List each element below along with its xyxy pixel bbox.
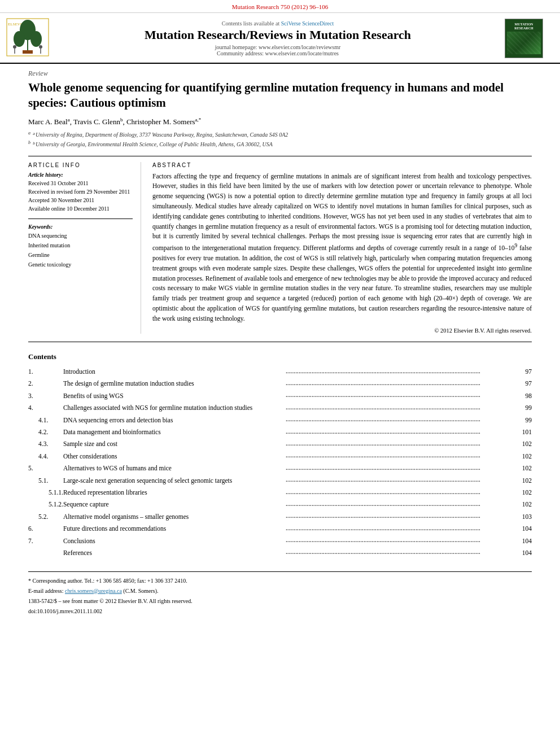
toc-entry: 4.Challenges associated with NGS for ger… xyxy=(28,402,532,414)
toc-number: 5.1.2. xyxy=(28,499,63,510)
toc-number: 5.2. xyxy=(28,510,63,522)
journal-header: ELSEVIER Contents lists available at xyxy=(0,13,560,64)
toc-entry: 5.Alternatives to WGS of humans and mice… xyxy=(28,462,532,474)
sciverse-text: Contents lists available at xyxy=(222,20,279,27)
toc-number: 6. xyxy=(28,523,63,535)
email-note: (C.M. Somers). xyxy=(123,588,158,594)
toc-dots: ........................................… xyxy=(285,378,515,390)
corresponding-author: * Corresponding author. Tel.: +1 306 585… xyxy=(28,576,532,586)
divider-2 xyxy=(28,342,532,342)
footer-area: * Corresponding author. Tel.: +1 306 585… xyxy=(28,571,532,616)
toc-entry: 4.2.Data management and bioinformatics..… xyxy=(28,426,532,438)
toc-number: 4.2. xyxy=(28,426,63,438)
journal-title: Mutation Research/Reviews in Mutation Re… xyxy=(56,28,499,42)
info-abstract-columns: Article info Article history: Received 3… xyxy=(28,162,532,334)
keywords-section: Keywords: DNA sequencing Inherited mutat… xyxy=(28,224,133,269)
history-label: Article history: xyxy=(28,172,133,178)
svg-point-7 xyxy=(13,45,16,49)
received-revised-date: Received in revised form 29 November 201… xyxy=(28,187,133,196)
toc-entry: 5.1.2.Sequence capture..................… xyxy=(28,499,532,510)
toc-entry: 2.The design of germline mutation induct… xyxy=(28,378,532,390)
abstract-column: ABSTRACT Factors affecting the type and … xyxy=(152,162,532,334)
article-body: Review Whole genome sequencing for quant… xyxy=(0,64,560,628)
toc-dots: ........................................… xyxy=(285,487,515,499)
toc-number: 5.1.1. xyxy=(28,487,63,499)
toc-number: 5. xyxy=(28,462,63,474)
toc-page: 97 xyxy=(515,378,532,390)
svg-point-8 xyxy=(39,45,42,49)
toc-entry: 6.Future directions and recommendations.… xyxy=(28,523,532,535)
toc-page: 99 xyxy=(515,414,532,426)
toc-page: 102 xyxy=(515,474,532,486)
journal-header-center: Contents lists available at SciVerse Sci… xyxy=(56,20,499,56)
toc-label: DNA sequencing errors and detection bias xyxy=(63,414,285,426)
affiliation-a: a ᵃ University of Regina, Department of … xyxy=(28,130,532,139)
contents-section: Contents 1.Introduction.................… xyxy=(28,352,532,559)
email-label: E-mail address: xyxy=(28,588,63,594)
toc-label: Other considerations xyxy=(63,450,285,462)
toc-number: 3. xyxy=(28,390,63,401)
received-date: Received 31 October 2011 xyxy=(28,179,133,187)
elsevier-logo-container: ELSEVIER xyxy=(6,18,51,59)
toc-dots: ........................................… xyxy=(285,390,515,401)
toc-entry: 5.1.1.Reduced representation libraries..… xyxy=(28,487,532,499)
toc-number: 5.1. xyxy=(28,474,63,486)
toc-label: Sample size and cost xyxy=(63,438,285,450)
toc-page: 103 xyxy=(515,510,532,522)
toc-page: 104 xyxy=(515,523,532,535)
toc-entry: 4.3.Sample size and cost................… xyxy=(28,438,532,450)
svg-point-4 xyxy=(14,31,25,47)
toc-entry: 1.Introduction..........................… xyxy=(28,366,532,378)
toc-dots: ........................................… xyxy=(285,474,515,486)
svg-point-5 xyxy=(30,31,42,47)
toc-label: Future directions and recommendations xyxy=(63,523,285,535)
svg-rect-6 xyxy=(23,50,33,54)
email-line: E-mail address: chris.somers@uregina.ca … xyxy=(28,587,532,596)
toc-page: 102 xyxy=(515,487,532,499)
sciverse-link[interactable]: SciVerse ScienceDirect xyxy=(281,20,334,27)
keywords-label: Keywords: xyxy=(28,224,133,230)
citation-bar: Mutation Research 750 (2012) 96–106 xyxy=(0,0,560,13)
toc-label: Alternatives to WGS of humans and mice xyxy=(63,462,285,474)
issn-line: 1383-5742/$ – see front matter © 2012 El… xyxy=(28,597,532,606)
toc-dots: ........................................… xyxy=(285,523,515,535)
journal-thumbnail: MUTATIONRESEARCH xyxy=(505,19,543,58)
toc-number: 7. xyxy=(28,535,63,547)
toc-page: 102 xyxy=(515,450,532,462)
toc-label: Large-scale next generation sequencing o… xyxy=(63,474,285,486)
toc-dots: ........................................… xyxy=(285,366,515,378)
divider-keywords xyxy=(28,219,133,219)
toc-page: 104 xyxy=(515,547,532,558)
section-type-label: Review xyxy=(28,69,532,78)
toc-page: 98 xyxy=(515,390,532,401)
toc-page: 99 xyxy=(515,402,532,414)
toc-label: Conclusions xyxy=(63,535,285,547)
toc-entry: 7.Conclusions...........................… xyxy=(28,535,532,547)
affiliation-b: b ᵇ University of Georgia, Environmental… xyxy=(28,139,532,148)
contents-title: Contents xyxy=(28,352,532,361)
toc-number: 4.1. xyxy=(28,414,63,426)
toc-label: Data management and bioinformatics xyxy=(63,426,285,438)
toc-dots: ........................................… xyxy=(285,438,515,450)
keyword-2: Inherited mutation xyxy=(28,241,133,250)
toc-entry: References..............................… xyxy=(28,547,532,558)
toc-dots: ........................................… xyxy=(285,547,515,558)
toc-dots: ........................................… xyxy=(285,535,515,547)
keyword-3: Germline xyxy=(28,250,133,260)
toc-number: 1. xyxy=(28,366,63,378)
copyright-line: © 2012 Elsevier B.V. All rights reserved… xyxy=(152,327,532,334)
page: Mutation Research 750 (2012) 96–106 ELSE… xyxy=(0,0,560,747)
email-link[interactable]: chris.somers@uregina.ca xyxy=(65,588,122,594)
divider-1 xyxy=(28,156,532,156)
article-history: Article history: Received 31 October 201… xyxy=(28,172,133,213)
affiliations: a ᵃ University of Regina, Department of … xyxy=(28,130,532,149)
article-info-column: Article info Article history: Received 3… xyxy=(28,162,141,334)
toc-dots: ........................................… xyxy=(285,402,515,414)
sciverse-line: Contents lists available at SciVerse Sci… xyxy=(56,20,499,27)
doi-line: doi:10.1016/j.mrrev.2011.11.002 xyxy=(28,607,532,616)
toc-entry: 5.1.Large-scale next generation sequenci… xyxy=(28,474,532,486)
toc-page: 104 xyxy=(515,535,532,547)
toc-number xyxy=(28,547,63,558)
toc-label: Sequence capture xyxy=(63,499,285,510)
toc-dots: ........................................… xyxy=(285,450,515,462)
